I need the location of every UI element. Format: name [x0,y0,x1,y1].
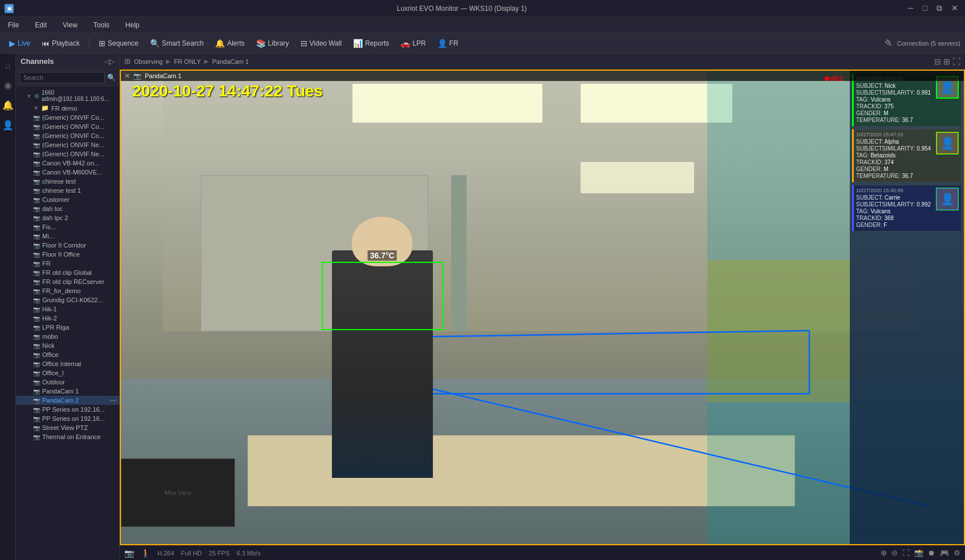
sidebar-item-fr-demo[interactable]: ▼ 📁 FR demo [16,103,119,113]
zoom-in-icon[interactable]: ⊕ [881,549,887,557]
camera-icon: 📷 [133,72,141,80]
sidebar-item-fr-old-rec[interactable]: 📷FR old clip RECserver [16,277,119,286]
sidebar-icon-search[interactable]: ◉ [2,78,14,93]
alerts-button[interactable]: 🔔 Alerts [210,36,249,50]
sidebar-item-pp2[interactable]: 📷PP Series on 192.16... [16,414,119,423]
sidebar-item-floor2office[interactable]: 📷Floor II Office [16,250,119,259]
cam-icon-floor2corridor: 📷 [33,242,40,249]
cam-label-customer: Customer [42,196,70,203]
menu-file[interactable]: File [5,20,22,30]
sidebar-item-customer[interactable]: 📷Customer [16,195,119,204]
sidebar-item-dah-toc[interactable]: 📷dah toc [16,204,119,213]
sidebar-item-thermal[interactable]: 📷Thermal on Entrance [16,432,119,441]
sidebar-item-nick[interactable]: 📷Nick [16,341,119,350]
sidebar-item-chinese-test[interactable]: 📷chinese test [16,177,119,186]
sidebar-item-canon2[interactable]: 📷Canon VB-M600VE... [16,168,119,177]
sidebar-item-mobo[interactable]: 📷mobo [16,332,119,341]
sidebar-item-lpr-riga[interactable]: 📷LPR Riga [16,323,119,332]
maximize-icon[interactable]: □ [921,3,930,13]
sidebar-collapse-icon[interactable]: ◁▷ [104,58,115,66]
settings-icon[interactable]: ⚙ [954,549,960,557]
record-icon[interactable]: ⏺ [928,549,935,557]
cam-label-fr-old-rec: FR old clip RECserver [42,278,104,285]
zoom-out-icon[interactable]: ⊖ [891,549,898,557]
sidebar-item-pandacam2[interactable]: 📷PandaCam 2••• [16,396,119,405]
sidebar-item-street-ptz[interactable]: 📷Street View PTZ [16,423,119,432]
playback-button[interactable]: ⏮ Playback [37,36,84,50]
fr-button[interactable]: 👤 FR [433,36,463,50]
cam-label-fr: FR [42,260,51,267]
smart-search-button[interactable]: 🔍 Smart Search [145,36,208,50]
fit-icon[interactable]: ⛶ [902,549,910,557]
sidebar-item-dah-tpc2[interactable]: 📷dah tpc 2 [16,213,119,222]
ptz-icon[interactable]: 🎮 [940,549,949,557]
sidebar-icon-person[interactable]: 👤 [0,117,16,133]
library-button[interactable]: 📚 Library [252,36,294,50]
detection-trackid-carrie: TRACKID: 368 [856,215,959,221]
sidebar-item-office-i[interactable]: 📷Office_I [16,368,119,378]
cam-icon-customer: 📷 [33,197,40,203]
search-input[interactable] [19,72,105,83]
sidebar-item-outdoor[interactable]: 📷Outdoor [16,378,119,387]
sidebar-item-fr-old-global[interactable]: 📷FR old clip Global [16,268,119,277]
sidebar-item-mi[interactable]: 📷Mi... [16,232,119,241]
detection-panel: 10/27/2020 15:47:23 👤 SUBJECT: Nick SUBJ… [850,71,964,544]
sidebar-item-floor2corridor[interactable]: 📷Floor II Corridor [16,241,119,250]
breadcrumb-arrow-1: ▶ [166,58,171,64]
separator [89,38,90,49]
menu-help[interactable]: Help [122,20,143,30]
lpr-button[interactable]: 🚗 LPR [396,36,430,50]
snapshot-icon[interactable]: 📸 [914,549,923,557]
sequence-button[interactable]: ⊞ Sequence [94,36,143,50]
sidebar-item-cam-0[interactable]: 📷(Generic) ONVIF Co... [16,113,119,122]
sidebar-item-grundig[interactable]: 📷Grundig GCI-K0622... [16,295,119,305]
sidebar-item-cam-4[interactable]: 📷(Generic) ONVIF Ne... [16,149,119,159]
menu-view[interactable]: View [59,20,81,30]
menu-tools[interactable]: Tools [90,20,113,30]
svg-line-0 [374,331,809,338]
expand-icon: ▼ [26,93,32,99]
grid-2x2-icon[interactable]: ⊞ [943,57,950,66]
sidebar-item-office[interactable]: 📷Office [16,350,119,359]
cam-icon-fr-for-demo: 📷 [33,288,40,294]
grid-1x1-icon[interactable]: ⊟ [934,57,941,66]
camera-close-button[interactable]: ✕ [124,72,130,80]
cam-label-2: (Generic) ONVIF Co... [42,132,104,139]
cam-label-0: (Generic) ONVIF Co... [42,114,104,121]
tracking-lines-svg [121,71,964,545]
sidebar-item-chinese-test1[interactable]: 📷chinese test 1 [16,186,119,195]
minimize-icon[interactable]: ─ [906,3,916,13]
sidebar-item-hik1[interactable]: 📷Hik-1 [16,305,119,314]
video-wall-button[interactable]: ⊟ Video Wall [296,36,347,50]
cam-label-fr-for-demo: FR_for_demo [42,287,80,294]
cam-icon-hik2: 📷 [33,315,40,322]
sidebar-item-cam-3[interactable]: 📷(Generic) ONVIF Ne... [16,140,119,149]
close-icon[interactable]: ✕ [949,3,960,13]
live-button[interactable]: ▶ Live [5,36,35,50]
cam-icon-grundig: 📷 [33,297,40,303]
cam-icon-fr: 📷 [33,261,40,267]
reports-button[interactable]: 📊 Reports [348,36,394,50]
sidebar-item-cam-2[interactable]: 📷(Generic) ONVIF Co... [16,131,119,140]
sidebar-item-hik2[interactable]: 📷Hik-2 [16,314,119,323]
sidebar-item-cam-1[interactable]: 📷(Generic) ONVIF Co... [16,122,119,131]
cam-label-outdoor: Outdoor [42,379,65,385]
search-icon[interactable]: 🔍 [107,74,116,82]
sidebar-icon-home[interactable]: ⌂ [3,58,13,73]
more-options-icon[interactable]: ••• [110,397,116,404]
menu-edit[interactable]: Edit [31,20,50,30]
sidebar-item-canon1[interactable]: 📷Canon VB-M42 on... [16,159,119,168]
sidebar-item-pandacam1[interactable]: 📷PandaCam 1 [16,387,119,396]
restore-icon[interactable]: ⧉ [934,3,944,13]
server-node[interactable]: ▼ ⚙ 1660 admin@192.168.1.100:6... [16,88,119,103]
sidebar-icon-bell[interactable]: 🔔 [0,98,16,113]
sidebar-item-fr[interactable]: 📷FR [16,259,119,268]
fullscreen-icon[interactable]: ⛶ [952,57,960,66]
sidebar-item-pp1[interactable]: 📷PP Series on 192.16... [16,405,119,414]
rec-dot [825,76,829,81]
status-bar: 📷 🚶 H.264 Full HD 25 FPS 6.3 Mb/s ⊕ ⊖ ⛶ … [120,545,965,560]
sidebar-item-office-internal[interactable]: 📷Office Internal [16,359,119,368]
cam-icon-chinese-test1: 📷 [33,188,40,194]
sidebar-item-fr-for-demo[interactable]: 📷FR_for_demo [16,286,119,295]
sidebar-item-fis[interactable]: 📷Fis... [16,222,119,232]
